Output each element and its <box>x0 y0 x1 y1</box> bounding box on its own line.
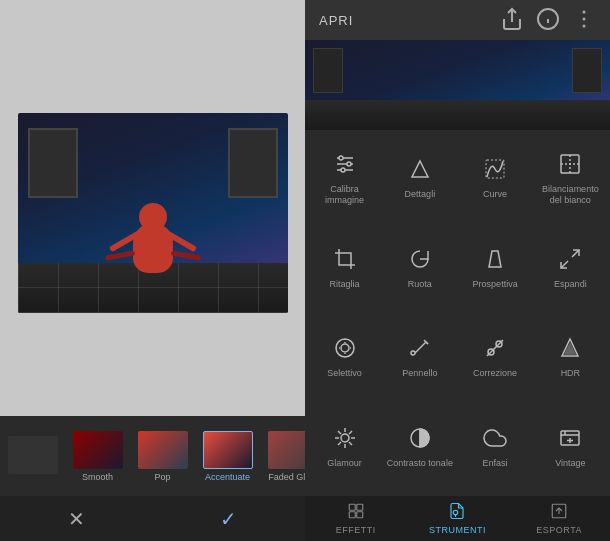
svg-marker-18 <box>489 251 501 267</box>
tool-label-hdr: HDR <box>561 368 581 379</box>
triangle-icon <box>408 157 432 185</box>
filter-thumb-faded <box>268 431 306 469</box>
main-image-area <box>0 0 305 416</box>
filter-item-accentuate[interactable]: Accentuate <box>195 426 260 487</box>
svg-line-20 <box>561 261 568 268</box>
curve-icon <box>483 157 507 185</box>
filter-item-smooth[interactable]: Smooth <box>65 426 130 487</box>
filter-thumb-smooth <box>73 431 123 469</box>
right-panel: APRI <box>305 0 610 541</box>
filter-thumb-pop <box>138 431 188 469</box>
more-icon[interactable] <box>572 7 596 34</box>
tool-label-selettivo: Selettivo <box>327 368 362 379</box>
brush-icon <box>408 336 432 364</box>
left-panel: Smooth Pop Accentuate Faded Glow Morning… <box>0 0 305 541</box>
tool-label-curve: Curve <box>483 189 507 200</box>
sliders-icon <box>333 152 357 180</box>
share-icon[interactable] <box>500 7 524 34</box>
tool-label-dettagli: Dettagli <box>405 189 436 200</box>
info-icon[interactable] <box>536 7 560 34</box>
tab-esporta[interactable]: ESPORTA <box>529 502 589 535</box>
perspective-icon <box>483 247 507 275</box>
svg-line-37 <box>338 431 341 434</box>
svg-point-11 <box>347 162 351 166</box>
svg-rect-50 <box>357 512 363 518</box>
filter-thumb-accentuate <box>203 431 253 469</box>
filter-label-accentuate: Accentuate <box>205 472 250 482</box>
tool-enfasi[interactable]: Enfasi <box>460 405 531 491</box>
svg-point-22 <box>341 344 349 352</box>
right-preview <box>305 40 610 130</box>
tool-label-bilanciamento: Bilanciamento del bianco <box>537 184 604 206</box>
tab-esporta-label: ESPORTA <box>536 525 582 535</box>
circle-icon <box>333 336 357 364</box>
filter-item-empty[interactable] <box>0 431 65 482</box>
svg-point-12 <box>341 168 345 172</box>
cancel-button[interactable]: ✕ <box>60 503 92 535</box>
contrast-icon <box>408 426 432 454</box>
rotate-icon <box>408 247 432 275</box>
filter-item-pop[interactable]: Pop <box>130 426 195 487</box>
svg-line-38 <box>349 442 352 445</box>
esporta-icon <box>550 502 568 523</box>
filter-thumb <box>8 436 58 474</box>
crop-icon <box>333 247 357 275</box>
svg-point-21 <box>336 339 354 357</box>
vintage-icon <box>558 426 582 454</box>
tool-bilanciamento[interactable]: Bilanciamento del bianco <box>535 136 606 222</box>
svg-marker-13 <box>412 161 428 177</box>
tool-ritaglia[interactable]: Ritaglia <box>309 226 380 312</box>
preview-frame-left <box>313 48 343 93</box>
svg-point-32 <box>341 434 349 442</box>
bottom-bar-left: ✕ ✓ <box>0 496 305 541</box>
svg-line-19 <box>572 250 579 257</box>
tool-dettagli[interactable]: Dettagli <box>384 136 455 222</box>
tool-label-ritaglia: Ritaglia <box>330 279 360 290</box>
tool-ruota[interactable]: Ruota <box>384 226 455 312</box>
filter-label-pop: Pop <box>154 472 170 482</box>
glamour-icon <box>333 426 357 454</box>
tool-label-espandi: Espandi <box>554 279 587 290</box>
svg-line-40 <box>349 431 352 434</box>
tool-label-glamour: Glamour <box>327 458 362 469</box>
effetti-icon <box>347 502 365 523</box>
tool-selettivo[interactable]: Selettivo <box>309 315 380 401</box>
right-bottom-bar: EFFETTI STRUMENTI ESPORTA <box>305 496 610 541</box>
tool-correzione[interactable]: Correzione <box>460 315 531 401</box>
tool-contrasto[interactable]: Contrasto tonale <box>384 405 455 491</box>
tool-hdr[interactable]: HDR <box>535 315 606 401</box>
confirm-button[interactable]: ✓ <box>213 503 245 535</box>
tool-pennello[interactable]: Pennello <box>384 315 455 401</box>
preview-frame-right <box>572 48 602 93</box>
filter-label-smooth: Smooth <box>82 472 113 482</box>
filter-label-faded: Faded Glow <box>268 472 305 482</box>
tool-calibra[interactable]: Calibra immagine <box>309 136 380 222</box>
tool-espandi[interactable]: Espandi <box>535 226 606 312</box>
header-icons <box>500 7 596 34</box>
tools-grid: Calibra immagine Dettagli Curve <box>305 130 610 496</box>
tool-curve[interactable]: Curve <box>460 136 531 222</box>
svg-point-6 <box>583 24 586 27</box>
tab-strumenti-label: STRUMENTI <box>429 525 486 535</box>
tab-effetti[interactable]: EFFETTI <box>326 502 386 535</box>
tool-label-prospettiva: Prospettiva <box>473 279 518 290</box>
filter-strip: Smooth Pop Accentuate Faded Glow Morning <box>0 416 305 496</box>
main-image <box>18 113 288 313</box>
svg-point-5 <box>583 17 586 20</box>
cloud-icon <box>483 426 507 454</box>
svg-point-4 <box>583 10 586 13</box>
preview-floor <box>305 100 610 130</box>
wall-frame-right <box>228 128 278 198</box>
tool-label-enfasi: Enfasi <box>483 458 508 469</box>
filter-item-faded[interactable]: Faded Glow <box>260 426 305 487</box>
svg-rect-47 <box>349 504 355 510</box>
tab-strumenti[interactable]: STRUMENTI <box>427 502 487 535</box>
tool-label-vintage: Vintage <box>555 458 585 469</box>
tool-prospettiva[interactable]: Prospettiva <box>460 226 531 312</box>
tool-label-correzione: Correzione <box>473 368 517 379</box>
wall-frame-left <box>28 128 78 198</box>
tool-vintage[interactable]: Vintage <box>535 405 606 491</box>
tab-effetti-label: EFFETTI <box>336 525 376 535</box>
tool-glamour[interactable]: Glamour <box>309 405 380 491</box>
svg-point-10 <box>339 156 343 160</box>
